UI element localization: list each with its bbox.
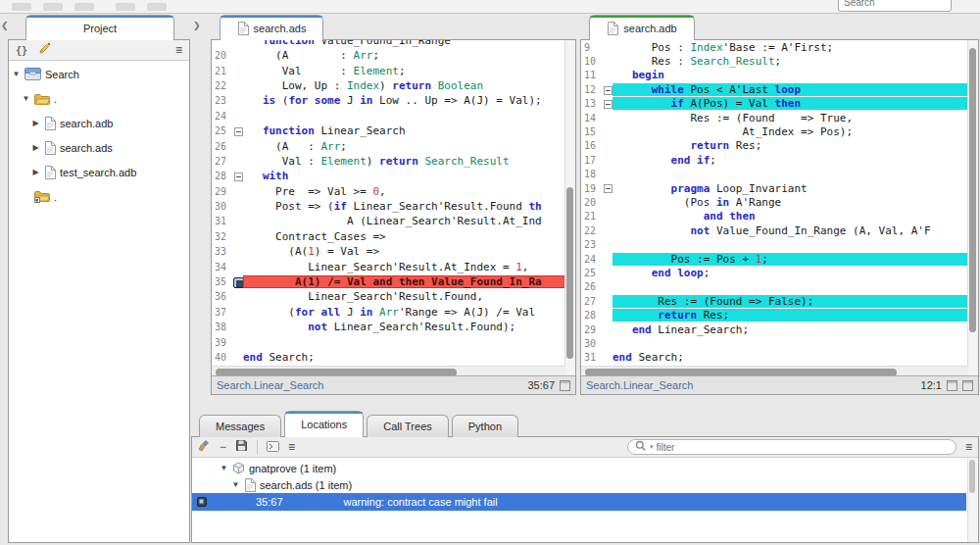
export-locations-icon[interactable] — [235, 438, 248, 456]
global-search-box[interactable] — [838, 0, 952, 12]
code-line[interactable]: 22 not Value_Found_In_Range (A, Val, A'F — [581, 223, 968, 237]
code-line[interactable]: 18 — [581, 168, 968, 181]
code-line[interactable]: 36 Linear_Search'Result.Found, — [212, 289, 565, 304]
tab-python[interactable]: Python — [452, 415, 518, 437]
tab-call-trees[interactable]: Call Trees — [367, 415, 449, 437]
code-line[interactable]: 24 Pos := Pos + 1; — [581, 252, 968, 266]
tab-scroll-right-icon[interactable]: ❯ — [193, 21, 201, 30]
code-line[interactable]: 28 with — [212, 169, 565, 183]
toolbar-button-partial[interactable] — [116, 3, 135, 11]
code-line[interactable]: 33 (A(1) = Val => — [212, 244, 565, 259]
code-line[interactable]: 29 Pre => Val >= 0, — [212, 184, 565, 199]
code-line[interactable]: 17 end if; — [581, 153, 968, 167]
fold-collapse-icon[interactable] — [604, 86, 612, 95]
locations-filter-box[interactable]: ▾ — [627, 439, 956, 455]
project-tree-row[interactable]: ▶test_search.adb — [9, 160, 189, 184]
edit-project-icon[interactable] — [38, 41, 51, 59]
code-line[interactable]: 9 Pos : Index'Base := A'First; — [581, 40, 968, 54]
expander-icon[interactable]: ▼ — [12, 70, 21, 78]
project-tree-row[interactable]: ▶search.adb — [9, 111, 189, 135]
vertical-scrollbar[interactable] — [967, 40, 978, 378]
code-line[interactable]: 30 Post => (if Linear_Search'Result.Foun… — [212, 199, 565, 214]
code-line[interactable]: 28 return Res; — [581, 308, 968, 322]
expander-icon[interactable]: ▶ — [31, 168, 40, 176]
code-line[interactable]: 32 Contract_Cases => — [212, 229, 565, 244]
code-line[interactable]: 27 Res := (Found => False); — [581, 294, 968, 308]
filter-dropdown-icon[interactable]: ▾ — [650, 443, 654, 451]
expander-icon[interactable]: ▶ — [31, 119, 40, 127]
code-area[interactable]: function Value_Found_In_Range20 (A : Arr… — [212, 40, 565, 366]
status-icon[interactable] — [962, 380, 973, 391]
tab-messages[interactable]: Messages — [199, 415, 281, 437]
toolbar-button-partial[interactable] — [74, 3, 94, 11]
project-tree-row[interactable]: ▼Search — [9, 62, 189, 86]
code-line[interactable]: 25 end loop; — [581, 266, 968, 279]
fold-collapse-icon[interactable] — [234, 173, 243, 181]
code-line[interactable]: 19 pragma Loop_Invariant — [581, 181, 968, 195]
status-subprogram[interactable]: Search.Linear_Search — [586, 379, 916, 391]
expand-to-console-icon[interactable] — [267, 438, 279, 456]
code-line[interactable]: 34 Linear_Search'Result.At_Index = 1, — [212, 259, 565, 273]
tab-search-adb[interactable]: search.adb — [589, 15, 695, 40]
status-icon[interactable] — [947, 380, 957, 391]
code-line[interactable]: 12 while Pos < A'Last loop — [581, 82, 968, 96]
code-line[interactable]: 21 and then — [581, 210, 968, 223]
code-line[interactable]: 15 At_Index => Pos); — [581, 124, 968, 138]
project-tree-row[interactable]: ▼. — [9, 86, 189, 111]
code-line[interactable]: 29 end Linear_Search; — [581, 322, 968, 336]
code-line[interactable]: 39 — [212, 334, 565, 349]
code-line[interactable]: 11 begin — [581, 69, 968, 82]
code-line[interactable]: 23 is (for some J in Low .. Up => A(J) =… — [212, 93, 565, 108]
toolbar-button-partial[interactable] — [147, 3, 167, 11]
remove-message-icon[interactable]: − — [220, 441, 226, 453]
code-line[interactable]: 21 Val : Element; — [212, 63, 565, 77]
code-line[interactable]: 38 not Linear_Search'Result.Found); — [212, 320, 565, 334]
code-line[interactable]: function Value_Found_In_Range — [212, 40, 565, 48]
code-line[interactable]: 23 — [581, 237, 968, 251]
tab-project[interactable]: Project — [25, 15, 174, 40]
toolbar-button-partial[interactable] — [43, 3, 63, 11]
code-line[interactable]: 24 — [212, 109, 565, 124]
tab-search-ads[interactable]: search.ads — [220, 15, 323, 40]
panel-menu-icon[interactable]: ≡ — [175, 44, 182, 56]
expander-icon[interactable]: ▼ — [220, 464, 228, 472]
tab-locations[interactable]: Locations — [284, 411, 364, 437]
scrollbar-thumb[interactable] — [566, 187, 573, 359]
code-line[interactable]: 20 (Pos in A'Range — [581, 195, 968, 209]
code-line[interactable]: 35 A(1) /= Val and then Value_Found_In_R… — [212, 274, 565, 289]
clear-locations-icon[interactable] — [198, 438, 211, 456]
code-line[interactable]: 25 function Linear_Search — [212, 124, 565, 138]
code-line[interactable]: 16 return Res; — [581, 139, 968, 153]
expander-icon[interactable]: ▶ — [31, 143, 40, 152]
code-line[interactable]: 10 Res : Search_Result; — [581, 54, 968, 68]
tab-scroll-left-icon[interactable]: ❮ — [1, 21, 9, 30]
code-line[interactable]: 27 Val : Element) return Search_Result — [212, 154, 565, 169]
code-line[interactable]: 37 (for all J in Arr'Range => A(J) /= Va… — [212, 305, 565, 320]
toolbar-button-partial[interactable] — [12, 3, 31, 11]
code-line[interactable]: 26 (A : Arr; — [212, 138, 565, 153]
code-line[interactable]: 20 (A : Arr; — [212, 48, 565, 63]
code-line[interactable]: 31end Search; — [581, 351, 968, 365]
expander-icon[interactable]: ▼ — [22, 94, 30, 103]
project-tree-row[interactable]: ▶search.ads — [9, 135, 189, 160]
location-message-row[interactable]: 35:67warning: contract case might fail — [192, 493, 966, 511]
toggle-flat-view-icon[interactable]: {} — [16, 45, 27, 56]
project-tree-row[interactable]: . — [9, 184, 189, 209]
scrollbar-thumb[interactable] — [969, 460, 975, 493]
code-area[interactable]: 9 Pos : Index'Base := A'First;10 Res : S… — [581, 40, 968, 366]
expander-icon[interactable]: ▼ — [231, 480, 240, 489]
locations-tree-row[interactable]: ▼gnatprove (1 item) — [192, 460, 978, 476]
status-icon[interactable] — [560, 380, 570, 391]
global-search-input[interactable] — [844, 0, 942, 8]
vertical-scrollbar[interactable] — [564, 40, 575, 378]
code-line[interactable]: 40end Search; — [212, 350, 565, 365]
code-line[interactable]: 31 A (Linear_Search'Result.At_Ind — [212, 214, 565, 228]
locations-filter-input[interactable] — [657, 442, 949, 453]
scrollbar-thumb[interactable] — [969, 48, 976, 332]
fold-collapse-icon[interactable] — [234, 127, 243, 136]
code-line[interactable]: 13 if A(Pos) = Val then — [581, 97, 968, 111]
status-subprogram[interactable]: Search.Linear_Search — [217, 379, 522, 391]
code-line[interactable]: 14 Res := (Found => True, — [581, 111, 968, 124]
locations-tree-row[interactable]: ▼search.ads (1 item) — [192, 476, 978, 493]
panel-menu-icon[interactable]: ≡ — [965, 441, 972, 453]
